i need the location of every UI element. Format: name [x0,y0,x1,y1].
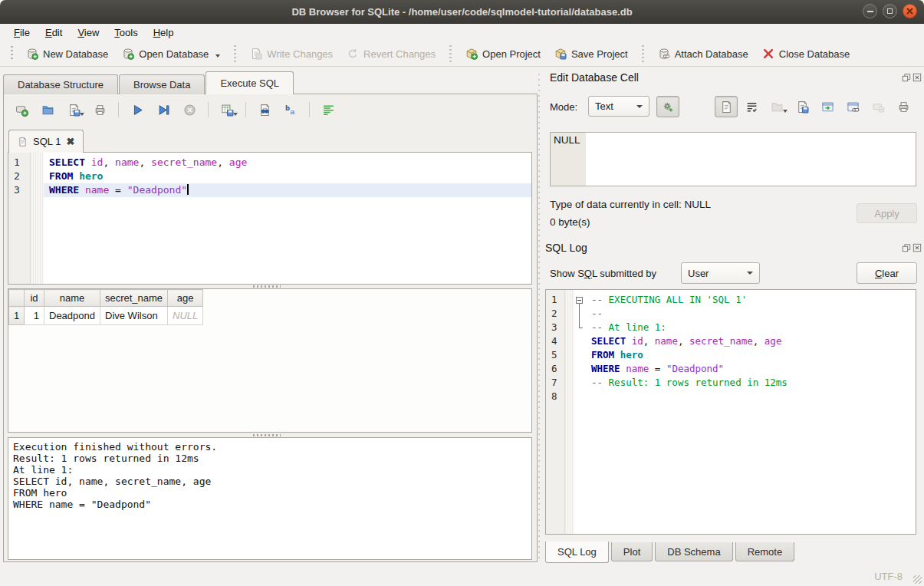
dock-tab-db-schema[interactable]: DB Schema [655,542,732,561]
open-database-button[interactable]: Open Database [115,44,227,63]
table-cell[interactable]: NULL [168,307,203,325]
column-header-secret-name[interactable]: secret_name [100,290,168,307]
fold-column [574,334,586,348]
text-mode-button[interactable] [715,96,738,117]
resize-grip-icon[interactable] [913,575,922,584]
menu-view[interactable]: View [70,25,107,41]
print-sql-button[interactable] [88,99,111,120]
clear-log-button[interactable]: Clear [857,262,917,284]
menu-help[interactable]: Help [146,25,182,41]
word-wrap-cell-button[interactable] [740,96,763,117]
table-row: 11DeadpondDive WilsonNULL [9,307,203,325]
table-cell[interactable]: Dive Wilson [100,307,168,325]
copy-link-button[interactable] [841,96,864,117]
mode-select[interactable]: Text [588,96,649,117]
format-sql-button[interactable]: ba [279,99,302,120]
column-header-name[interactable]: name [44,290,100,307]
pane-splitter[interactable] [538,74,540,561]
save-results-button[interactable] [215,99,238,120]
open-sql-file-button[interactable] [36,99,59,120]
save-results-icon [221,104,234,117]
close-tab-icon[interactable]: ✖ [66,137,74,146]
dock-tab-remote[interactable]: Remote [735,542,795,561]
set-as-null-icon [872,100,885,114]
import-data-button [765,96,788,117]
new-database-icon [26,48,38,60]
execute-current-line-button[interactable] [152,99,175,120]
mode-label: Mode: [550,101,577,113]
execute-all-button[interactable] [126,99,149,120]
float-dock-icon[interactable] [902,73,911,82]
save-sql-file-button[interactable] [62,99,85,120]
fold-collapse-icon[interactable] [576,297,583,304]
open-in-external-button[interactable] [816,96,839,117]
fold-margin [30,170,44,183]
code-text: FROM hero [586,348,916,362]
line-number: 6 [546,362,564,376]
print-cell-button[interactable] [892,96,915,117]
menu-tools[interactable]: Tools [107,25,145,41]
open-project-button[interactable]: Open Project [459,44,547,63]
table-cell[interactable]: Deadpond [44,307,100,325]
line-number: 4 [546,334,564,348]
minimize-button[interactable] [863,4,877,18]
fold-margin [30,183,44,197]
code-text: FROM hero [44,170,531,183]
chevron-down-icon [636,105,643,108]
message-line: FROM hero [13,487,527,499]
dropdown-caret-icon [233,113,238,116]
menu-edit[interactable]: Edit [38,25,70,41]
code-line: 1SELECT id, name, secret_name, age [8,156,531,170]
export-data-icon [796,100,809,114]
close-window-button[interactable] [903,4,917,18]
toolbar-separator [642,45,644,62]
svg-text:a: a [289,107,294,116]
close-database-button[interactable]: Close Database [755,44,857,63]
code-text: WHERE name = "Deadpond" [586,362,916,376]
tab-database-structure[interactable]: Database Structure [3,74,118,94]
float-dock-icon[interactable] [902,243,911,252]
menu-file[interactable]: File [6,25,38,41]
close-dock-icon[interactable] [912,73,922,82]
log-filter-value: User [688,268,709,279]
row-header[interactable]: 1 [9,307,25,325]
sql-editor[interactable]: 1SELECT id, name, secret_name, age2FROM … [8,152,532,285]
cell-value: NULL [554,134,580,146]
dock-tab-sql-log[interactable]: SQL Log [545,542,609,563]
tab-execute-sql[interactable]: Execute SQL [206,71,294,94]
maximize-button[interactable] [883,4,897,18]
write-changes-icon [250,48,262,60]
close-dock-icon[interactable] [912,243,922,252]
sql-tab-label: SQL 1 [33,136,61,147]
auto-apply-button[interactable] [656,96,679,117]
word-wrap-button[interactable] [317,99,340,120]
attach-database-icon [658,48,670,60]
sql-document-tab[interactable]: SQL 1 ✖ [8,130,84,153]
code-line: 3-- At line 1: [546,321,916,334]
attach-database-button[interactable]: Attach Database [651,44,755,63]
splitter-handle[interactable] [253,434,281,436]
save-project-button[interactable]: Save Project [547,44,635,63]
minimize-icon [867,11,873,12]
cell-value-editor[interactable]: NULL [550,132,916,186]
export-data-button[interactable] [791,96,814,117]
dock-tab-plot[interactable]: Plot [611,542,653,561]
maximize-icon [887,8,893,14]
table-cell[interactable]: 1 [25,307,44,325]
dropdown-caret-icon [80,113,84,116]
encoding-indicator: UTF-8 [874,571,903,582]
close-database-icon [762,48,774,60]
find-in-sql-button[interactable] [253,99,276,120]
new-database-button[interactable]: New Database [19,44,115,63]
main-tab-bar: Database StructureBrowse DataExecute SQL [3,72,294,94]
log-filter-select[interactable]: User [681,262,760,284]
splitter-handle[interactable] [253,285,281,288]
tab-browse-data[interactable]: Browse Data [119,74,205,94]
column-header-id[interactable]: id [25,290,44,307]
sql-log-view: 1-- EXECUTING ALL IN 'SQL 1'2--3-- At li… [545,289,916,535]
dropdown-caret-icon [215,54,220,58]
column-header-age[interactable]: age [168,290,203,307]
new-sql-tab-button[interactable] [10,99,33,120]
stop-execution-button [178,99,201,120]
fold-margin [564,348,574,362]
